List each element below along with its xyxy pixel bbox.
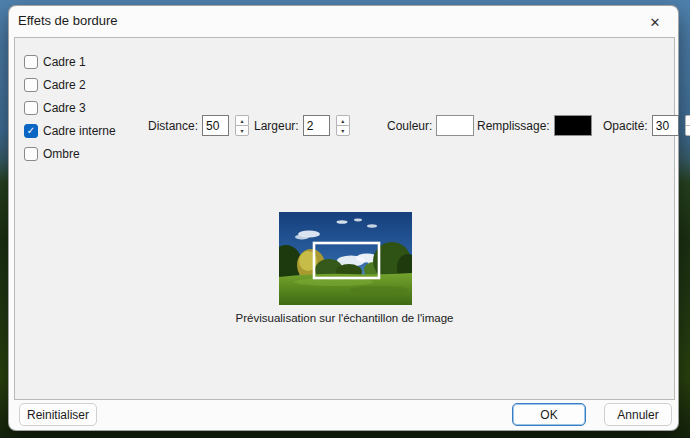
checkbox-cadre-2[interactable]: ✓ — [24, 78, 38, 92]
spinner-up-icon[interactable]: ▴ — [235, 115, 249, 125]
spinner-down-icon[interactable]: ▾ — [336, 125, 350, 136]
option-cadre-3[interactable]: ✓ Cadre 3 — [24, 96, 116, 119]
remplissage-swatch[interactable] — [554, 115, 592, 136]
couleur-label: Couleur: — [387, 119, 432, 133]
checkbox-label: Cadre interne — [43, 124, 116, 138]
ok-button[interactable]: OK — [512, 403, 586, 426]
spinner-down-icon[interactable]: ▾ — [235, 125, 249, 136]
distance-input[interactable] — [202, 115, 229, 136]
checkbox-cadre-1[interactable]: ✓ — [24, 55, 38, 69]
checkbox-label: Ombre — [43, 147, 80, 161]
reset-button[interactable]: Reinitialiser — [19, 403, 97, 426]
option-ombre[interactable]: ✓ Ombre — [24, 142, 116, 165]
checkbox-label: Cadre 2 — [43, 78, 86, 92]
checkbox-cadre-3[interactable]: ✓ — [24, 101, 38, 115]
close-icon[interactable]: ✕ — [644, 11, 666, 33]
opacite-label: Opacité: — [603, 119, 648, 133]
remplissage-control: Remplissage: — [477, 115, 592, 136]
opacite-input[interactable] — [652, 115, 679, 136]
checkbox-ombre[interactable]: ✓ — [24, 147, 38, 161]
opacite-control: Opacité: ▴ ▾ — [603, 115, 690, 136]
opacite-spinner: ▴ ▾ — [685, 115, 690, 136]
largeur-label: Largeur: — [254, 119, 299, 133]
option-cadre-1[interactable]: ✓ Cadre 1 — [24, 50, 116, 73]
largeur-control: Largeur: ▴ ▾ — [254, 115, 350, 136]
remplissage-label: Remplissage: — [477, 119, 550, 133]
couleur-control: Couleur: — [387, 115, 474, 136]
option-cadre-2[interactable]: ✓ Cadre 2 — [24, 73, 116, 96]
largeur-input[interactable] — [303, 115, 330, 136]
spinner-up-icon[interactable]: ▴ — [685, 115, 690, 125]
checkbox-label: Cadre 3 — [43, 101, 86, 115]
checkbox-cadre-interne[interactable]: ✓ — [24, 124, 38, 138]
cancel-button[interactable]: Annuler — [604, 403, 672, 426]
content-panel: ✓ Cadre 1 ✓ Cadre 2 ✓ Cadre 3 ✓ Cadre in… — [14, 37, 675, 400]
option-cadre-interne[interactable]: ✓ Cadre interne — [24, 119, 116, 142]
preview-caption: Prévisualisation sur l'échantillon de l'… — [15, 312, 674, 324]
distance-label: Distance: — [148, 119, 198, 133]
spinner-up-icon[interactable]: ▴ — [336, 115, 350, 125]
couleur-swatch[interactable] — [436, 115, 474, 136]
frame-options-list: ✓ Cadre 1 ✓ Cadre 2 ✓ Cadre 3 ✓ Cadre in… — [24, 50, 116, 165]
largeur-spinner: ▴ ▾ — [336, 115, 350, 136]
border-effects-dialog: Effets de bordure ✕ ✓ Cadre 1 ✓ Cadre 2 … — [8, 5, 679, 431]
checkbox-label: Cadre 1 — [43, 55, 86, 69]
check-icon: ✓ — [27, 126, 35, 136]
titlebar: Effets de bordure ✕ — [9, 6, 678, 37]
spinner-down-icon[interactable]: ▾ — [685, 125, 690, 136]
distance-control: Distance: ▴ ▾ — [148, 115, 249, 136]
preview-image — [279, 212, 412, 305]
distance-spinner: ▴ ▾ — [235, 115, 249, 136]
dialog-title: Effets de bordure — [18, 13, 118, 28]
